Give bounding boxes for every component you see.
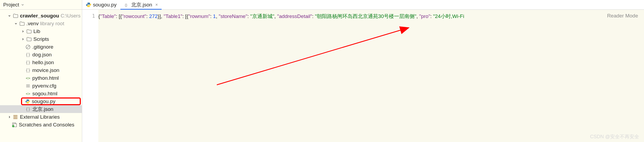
line-number: 1: [92, 13, 95, 19]
chevron-right-icon: [21, 37, 25, 41]
main-content: crawler_sougou C:\Users .venv library ro…: [0, 10, 644, 142]
top-bar: Project sougou.py {} 北京.json ×: [0, 0, 644, 10]
html-icon: <>: [25, 75, 31, 81]
tree-label: sougou.py: [32, 99, 55, 104]
gutter: 1: [82, 10, 98, 142]
folder-icon: [26, 37, 32, 42]
tree-label: python.html: [32, 75, 59, 81]
tree-label: Scripts: [33, 36, 49, 42]
tree-label: .gitignore: [32, 44, 53, 50]
tree-file-beijing-json[interactable]: {} 北京.json: [0, 105, 82, 113]
tree-label: dog.json: [32, 52, 52, 58]
svg-line-4: [27, 46, 29, 48]
tree-label: pyvenv.cfg: [32, 83, 56, 89]
tree-file-gitignore[interactable]: .gitignore: [0, 43, 82, 51]
json-icon: {}: [25, 107, 31, 112]
chevron-down-icon: [14, 22, 18, 26]
tab-label: 北京.json: [131, 1, 152, 8]
reader-mode-label[interactable]: Reader Mode: [607, 13, 638, 19]
tree-file-sogou-html[interactable]: <> sogou.html: [0, 90, 82, 97]
svg-text:{}: {}: [125, 3, 127, 7]
tab-label: sougou.py: [93, 2, 117, 8]
svg-point-1: [89, 6, 90, 7]
json-icon: {}: [25, 68, 31, 73]
editor-tabs: sougou.py {} 北京.json ×: [82, 0, 162, 9]
code-content[interactable]: {"Table": [{"rowcount": 272}], "Table1":…: [98, 10, 644, 142]
chevron-right-icon: [8, 115, 11, 119]
tree-venv[interactable]: .venv library root: [0, 20, 82, 27]
chevron-right-icon: [21, 30, 25, 33]
svg-point-0: [88, 3, 88, 3]
svg-point-13: [12, 125, 14, 127]
tree-file-dog-json[interactable]: {} dog.json: [0, 51, 82, 59]
tree-label: hello.json: [32, 60, 54, 65]
tree-file-sougou-py[interactable]: sougou.py: [21, 97, 81, 105]
tree-file-pyvenv-cfg[interactable]: pyvenv.cfg: [0, 82, 82, 90]
tree-root[interactable]: crawler_sougou C:\Users: [0, 12, 82, 20]
tree-file-movice-json[interactable]: {} movice.json: [0, 66, 82, 74]
ignore-icon: [25, 44, 31, 50]
tree-label: sogou.html: [32, 91, 57, 97]
tree-label: movice.json: [32, 67, 59, 73]
tree-file-hello-json[interactable]: {} hello.json: [0, 59, 82, 66]
chevron-down-icon: [8, 14, 11, 18]
html-icon: <>: [25, 91, 31, 96]
project-toolwindow-header[interactable]: Project: [0, 0, 82, 9]
tree-label: Lib: [33, 28, 40, 34]
library-icon: [13, 114, 18, 120]
python-icon: [86, 2, 91, 8]
tree-external-libs[interactable]: External Libraries: [0, 113, 82, 121]
tree-label: Scratches and Consoles: [19, 122, 74, 128]
tree-file-python-html[interactable]: <> python.html: [0, 74, 82, 82]
tree-lib[interactable]: Lib: [0, 27, 82, 35]
tree-label: 北京.json: [32, 106, 53, 113]
tab-beijing-json[interactable]: {} 北京.json ×: [120, 0, 162, 9]
close-icon[interactable]: ×: [155, 2, 158, 7]
folder-icon: [13, 13, 18, 19]
folder-icon: [26, 29, 32, 34]
chevron-down-icon: [21, 3, 25, 7]
python-icon: [25, 99, 30, 104]
cfg-icon: [25, 83, 31, 89]
watermark: CSDN @安全不再安全: [590, 133, 639, 140]
tree-label: .venv library root: [26, 21, 64, 27]
svg-rect-10: [16, 115, 17, 119]
json-icon: {}: [25, 60, 31, 65]
tree-scripts[interactable]: Scripts: [0, 35, 82, 43]
json-icon: {}: [25, 52, 31, 57]
svg-rect-9: [15, 115, 16, 119]
project-label: Project: [3, 2, 19, 8]
svg-rect-8: [14, 115, 15, 119]
tree-label: crawler_sougou C:\Users: [20, 13, 81, 19]
tab-sougou-py[interactable]: sougou.py: [82, 0, 120, 9]
json-icon: {}: [124, 2, 130, 8]
tree-label: External Libraries: [20, 114, 60, 120]
folder-icon: [19, 21, 25, 26]
tree-scratches[interactable]: Scratches and Consoles: [0, 121, 82, 129]
scratches-icon: [12, 122, 17, 128]
project-tree: crawler_sougou C:\Users .venv library ro…: [0, 10, 82, 142]
editor-area[interactable]: 1 {"Table": [{"rowcount": 272}], "Table1…: [82, 10, 644, 142]
